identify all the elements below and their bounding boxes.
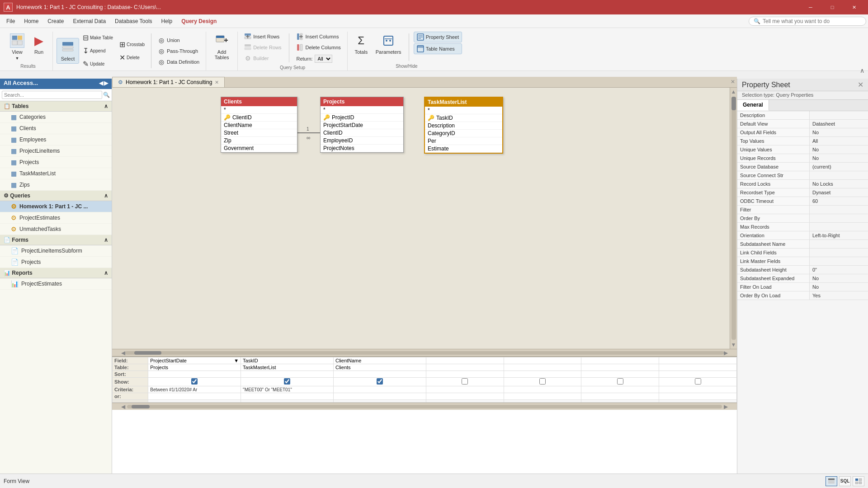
hscroll-right[interactable]: ▶: [724, 350, 728, 356]
qbe-field-3[interactable]: [426, 357, 504, 364]
qbe-criteria-6[interactable]: [659, 386, 737, 393]
nav-item-taskmasterlist[interactable]: ▦ TaskMasterList: [0, 168, 112, 179]
ps-tab-general[interactable]: General: [737, 100, 769, 111]
qbe-or-1[interactable]: [241, 393, 334, 400]
ps-subdatasheet-name-input[interactable]: [812, 241, 865, 247]
qbe-sort-0[interactable]: [148, 371, 241, 378]
qbe-field-6[interactable]: [659, 357, 737, 364]
make-table-button[interactable]: ⊟Make Table: [80, 32, 116, 44]
design-view-button[interactable]: [853, 476, 864, 486]
qbe-sort-4[interactable]: [504, 371, 581, 378]
select-button[interactable]: Select: [57, 38, 79, 64]
nav-search-icon[interactable]: 🔍: [103, 92, 110, 98]
sql-view-button[interactable]: SQL: [839, 476, 851, 486]
qbe-criteria-5[interactable]: [581, 386, 659, 393]
union-button[interactable]: ◎ Union: [155, 35, 202, 45]
vscroll-down[interactable]: ▼: [730, 341, 737, 349]
builder-button[interactable]: ⚙ Builder: [241, 53, 284, 63]
qbe-field-5[interactable]: [581, 357, 659, 364]
show-check-6[interactable]: [695, 378, 701, 385]
nav-item-project-estimates-q[interactable]: ⚙ ProjectEstimates: [0, 212, 112, 224]
insert-columns-button[interactable]: Insert Columns: [294, 32, 344, 42]
menu-create[interactable]: Create: [43, 16, 68, 26]
qbe-sort-2[interactable]: [333, 371, 426, 378]
totals-button[interactable]: Σ Totals: [351, 32, 371, 56]
datasheet-view-button[interactable]: [826, 476, 837, 486]
qbe-table-2[interactable]: Clients: [333, 364, 426, 371]
field-projects-clientid[interactable]: ClientID: [321, 129, 403, 137]
crosstab-button[interactable]: ⊞Crosstab: [117, 38, 147, 51]
nav-section-reports[interactable]: 📊 Reports ∧: [0, 268, 112, 278]
vscroll-up[interactable]: ▲: [730, 88, 737, 96]
ps-link-child-input[interactable]: [812, 250, 865, 255]
field-projects-employeeid[interactable]: EmployeeID: [321, 137, 403, 145]
pass-through-button[interactable]: ◎ Pass-Through: [155, 46, 202, 56]
qbe-sort-6[interactable]: [659, 371, 737, 378]
data-definition-button[interactable]: ◎ Data Definition: [155, 57, 202, 67]
return-select[interactable]: All525: [315, 55, 332, 63]
field-projects-projectid[interactable]: 🔑 ProjectID: [321, 114, 403, 122]
qbe-sort-3[interactable]: [426, 371, 504, 378]
qbe-field-4[interactable]: [504, 357, 581, 364]
menu-file[interactable]: File: [2, 16, 19, 26]
show-check-0[interactable]: [191, 378, 198, 385]
nav-item-project-line-items[interactable]: ▦ ProjectLineItems: [0, 145, 112, 157]
nav-section-queries[interactable]: ⚙ Queries ∧: [0, 191, 112, 201]
nav-item-homework1[interactable]: ⚙ Homework 1: Part 1 - JC ...: [0, 201, 112, 212]
nav-item-zips[interactable]: ▦ Zips: [0, 179, 112, 191]
qbe-or-4[interactable]: [504, 393, 581, 400]
qbe-show-2[interactable]: [333, 378, 426, 386]
qbe-or-6[interactable]: [659, 393, 737, 400]
field-tml-per[interactable]: Per: [425, 137, 502, 145]
qbe-or-5[interactable]: [581, 393, 659, 400]
close-button[interactable]: ✕: [844, 0, 864, 14]
maximize-button[interactable]: □: [822, 0, 843, 14]
add-tables-button[interactable]: AddTables: [212, 32, 232, 62]
table-names-button[interactable]: Table Names: [414, 43, 462, 54]
query-tab-homework1[interactable]: ⚙ Homework 1: Part 1 - JC Consulting ✕: [112, 77, 225, 87]
nav-item-projects-form[interactable]: 📄 Projects: [0, 257, 112, 268]
qbe-criteria-4[interactable]: [504, 386, 581, 393]
field-tml-description[interactable]: Description: [425, 122, 502, 130]
delete-columns-button[interactable]: Delete Columns: [294, 42, 344, 52]
show-check-5[interactable]: [617, 378, 623, 385]
qbe-show-5[interactable]: [581, 378, 659, 386]
ps-filter-input[interactable]: [812, 207, 865, 212]
qbe-hscroll-track[interactable]: [127, 405, 722, 408]
menu-search-box[interactable]: 🔍: [749, 17, 866, 26]
field-tml-categoryid[interactable]: CategoryID: [425, 130, 502, 137]
table-projects[interactable]: Projects * 🔑 ProjectID ProjectStartDate: [320, 97, 404, 153]
tab-close-button[interactable]: ✕: [215, 80, 219, 85]
qbe-show-4[interactable]: [504, 378, 581, 386]
qbe-table-0[interactable]: Projects: [148, 364, 241, 371]
nav-search-input[interactable]: [2, 91, 102, 99]
ps-order-by-input[interactable]: [812, 216, 865, 221]
table-taskmasterlist[interactable]: TaskMasterList * 🔑 TaskID Description: [424, 97, 503, 154]
qbe-hscroll-left[interactable]: ◀: [121, 404, 125, 410]
qbe-field-2[interactable]: ClientName: [333, 357, 426, 364]
qbe-or-2[interactable]: [333, 393, 426, 400]
hscroll-track[interactable]: [125, 351, 724, 355]
hscroll-left[interactable]: ◀: [121, 350, 125, 356]
field-tml-estimate[interactable]: Estimate: [425, 145, 502, 153]
nav-item-employees[interactable]: ▦ Employees: [0, 134, 112, 145]
nav-item-projects[interactable]: ▦ Projects: [0, 157, 112, 168]
menu-external-data[interactable]: External Data: [68, 16, 110, 26]
nav-item-project-estimates-r[interactable]: 📊 ProjectEstimates: [0, 278, 112, 290]
close-designer-button[interactable]: ✕: [731, 79, 735, 85]
nav-section-tables[interactable]: 📋 Tables ∧: [0, 101, 112, 112]
delete-rows-button[interactable]: Delete Rows: [241, 42, 284, 52]
append-button[interactable]: ↧Append: [80, 45, 116, 57]
field-tml-taskid[interactable]: 🔑 TaskID: [425, 114, 502, 122]
menu-database-tools[interactable]: Database Tools: [110, 16, 157, 26]
table-clients[interactable]: Clients * 🔑 ClientID ClientName Street: [221, 97, 297, 153]
qbe-or-0[interactable]: [148, 393, 241, 400]
field-tml-star[interactable]: *: [425, 107, 502, 114]
field-clients-clientname[interactable]: ClientName: [221, 122, 297, 129]
show-check-1[interactable]: [284, 378, 290, 385]
nav-arrow-left[interactable]: ◀: [99, 80, 103, 86]
qbe-table-4[interactable]: [504, 364, 581, 371]
ps-close-button[interactable]: ✕: [858, 80, 863, 89]
nav-arrow-right[interactable]: ▶: [104, 80, 108, 86]
field-projects-startdate[interactable]: ProjectStartDate: [321, 122, 403, 129]
